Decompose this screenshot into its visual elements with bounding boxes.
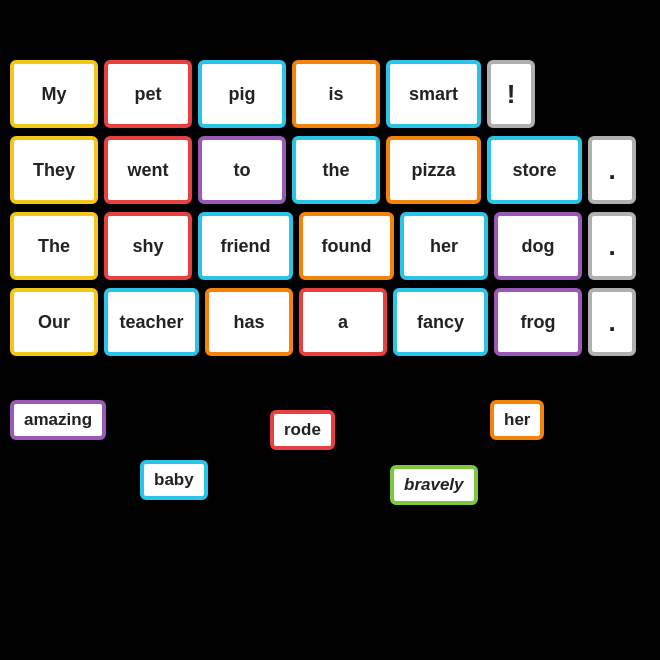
punctuation-card: . [588,288,636,356]
word-text: has [213,296,285,348]
word-card[interactable]: pizza [386,136,481,204]
word-card[interactable]: a [299,288,387,356]
word-text: went [112,144,184,196]
word-card[interactable]: The [10,212,98,280]
word-text: store [495,144,574,196]
word-text: a [307,296,379,348]
word-card[interactable]: dog [494,212,582,280]
word-card[interactable]: pig [198,60,286,128]
punctuation-card: ! [487,60,535,128]
punctuation-card: . [588,136,636,204]
word-text: dog [502,220,574,272]
word-text: My [18,68,90,120]
word-card[interactable]: found [299,212,394,280]
word-text: frog [502,296,574,348]
word-card[interactable]: shy [104,212,192,280]
scattered-word-text: her [504,410,530,430]
word-card[interactable]: My [10,60,98,128]
sentence-row-1: Mypetpigissmart! [10,60,650,128]
word-text: They [18,144,90,196]
word-text: smart [394,68,473,120]
scattered-word-text: amazing [24,410,92,430]
word-card[interactable]: smart [386,60,481,128]
word-text: shy [112,220,184,272]
sentence-row-4: Ourteacherhasafancyfrog. [10,288,650,356]
punctuation-card: . [588,212,636,280]
scattered-word-card[interactable]: amazing [10,400,106,440]
word-card[interactable]: the [292,136,380,204]
word-text: teacher [112,296,191,348]
word-card[interactable]: friend [198,212,293,280]
scattered-word-text: bravely [404,475,464,495]
word-card[interactable]: to [198,136,286,204]
word-card[interactable]: her [400,212,488,280]
word-card[interactable]: teacher [104,288,199,356]
word-text: is [300,68,372,120]
word-text: pizza [394,144,473,196]
word-card[interactable]: went [104,136,192,204]
scattered-word-card[interactable]: her [490,400,544,440]
sentence-row-3: Theshyfriendfoundherdog. [10,212,650,280]
word-text: her [408,220,480,272]
word-text: to [206,144,278,196]
word-card[interactable]: store [487,136,582,204]
scattered-word-card[interactable]: bravely [390,465,478,505]
word-card[interactable]: They [10,136,98,204]
word-text: Our [18,296,90,348]
word-board: Mypetpigissmart!Theywenttothepizzastore.… [10,60,650,364]
scattered-word-card[interactable]: baby [140,460,208,500]
word-card[interactable]: pet [104,60,192,128]
scattered-word-text: baby [154,470,194,490]
word-text: found [307,220,386,272]
word-text: the [300,144,372,196]
word-text: pet [112,68,184,120]
sentence-row-2: Theywenttothepizzastore. [10,136,650,204]
scattered-word-text: rode [284,420,321,440]
word-card[interactable]: has [205,288,293,356]
word-card[interactable]: frog [494,288,582,356]
word-text: friend [206,220,285,272]
scattered-word-card[interactable]: rode [270,410,335,450]
word-card[interactable]: fancy [393,288,488,356]
word-card[interactable]: Our [10,288,98,356]
word-text: pig [206,68,278,120]
scatter-area: amazingrodeherbabybravely [0,390,660,640]
word-card[interactable]: is [292,60,380,128]
word-text: fancy [401,296,480,348]
word-text: The [18,220,90,272]
